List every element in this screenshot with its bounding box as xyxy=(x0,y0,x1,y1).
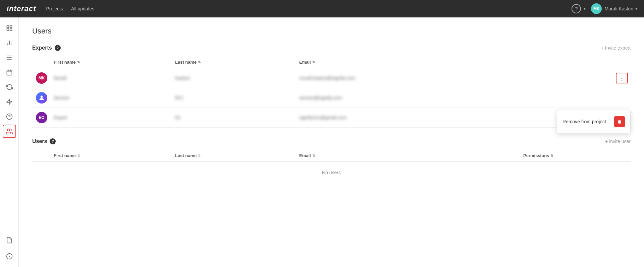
users-section: Users ? + invite user First name ⇅ Last … xyxy=(32,138,631,183)
expert-lastname: Kasturi xyxy=(175,75,299,81)
svg-rect-11 xyxy=(7,70,12,75)
users-table: First name ⇅ Last name ⇅ Email ⇅ Permiss… xyxy=(32,150,631,183)
user-avatar: MK xyxy=(591,3,602,14)
remove-from-project-option[interactable]: Remove from project xyxy=(557,113,630,130)
table-row: MK Murali Kasturi murali.kasturi@signify… xyxy=(32,68,631,88)
expert-firstname: Service xyxy=(51,95,175,101)
avatar: EO xyxy=(36,112,47,123)
sidebar-item-info[interactable] xyxy=(3,250,16,263)
no-users-message: No users xyxy=(32,162,631,183)
row-avatar-col: EO xyxy=(32,112,51,123)
experts-section: Experts ? + Invite expert First name ⇅ L… xyxy=(32,45,631,128)
expert-firstname: Murali xyxy=(51,75,175,81)
help-chevron-icon[interactable]: ▾ xyxy=(584,6,586,11)
invite-user-button[interactable]: + invite user xyxy=(605,139,631,144)
page-title: Users xyxy=(32,27,631,36)
svg-point-18 xyxy=(7,129,10,131)
navbar: interact Projects All updates ? ▾ MK Mur… xyxy=(0,0,644,17)
row-actions-button[interactable]: ⋮ xyxy=(616,73,628,83)
svg-marker-15 xyxy=(7,99,12,105)
users-firstname-sort-icon: ⇅ xyxy=(77,154,80,157)
main-content: Users Experts ? + Invite expert First na… xyxy=(19,17,644,267)
experts-col-lastname[interactable]: Last name ⇅ xyxy=(175,60,299,65)
users-col-permissions[interactable]: Permissions ⇅ xyxy=(523,153,610,158)
users-permissions-sort-icon: ⇅ xyxy=(550,154,553,157)
avatar xyxy=(36,92,47,104)
svg-rect-2 xyxy=(7,29,9,31)
svg-point-10 xyxy=(6,57,7,58)
help-button[interactable]: ? xyxy=(572,4,581,13)
avatar: MK xyxy=(36,72,47,84)
svg-point-22 xyxy=(41,95,43,98)
svg-rect-1 xyxy=(10,26,12,28)
username-label: Murali Kasturi xyxy=(604,6,633,11)
nav-updates[interactable]: All updates xyxy=(71,6,94,11)
context-menu: Remove from project xyxy=(557,110,631,133)
sidebar-item-settings[interactable] xyxy=(3,51,16,64)
sidebar-item-help[interactable] xyxy=(3,110,16,123)
expert-email: murali.kasturi@signify.com xyxy=(299,75,610,81)
expert-email: service@signify.com xyxy=(299,95,610,101)
expert-firstname: Expert xyxy=(51,115,175,120)
users-help-icon[interactable]: ? xyxy=(50,138,56,144)
experts-table-header: First name ⇅ Last name ⇅ Email ⇅ xyxy=(32,56,631,68)
sidebar-item-documents[interactable] xyxy=(3,233,16,247)
expert-lastname: RCI xyxy=(175,95,299,101)
experts-table: First name ⇅ Last name ⇅ Email ⇅ MK Mu xyxy=(32,56,631,128)
sidebar-item-calendar[interactable] xyxy=(3,66,16,79)
sidebar-item-dashboard[interactable] xyxy=(3,21,16,35)
row-actions-col: ⋮ xyxy=(610,73,631,83)
table-row: EO Expert 03 signify311@gmail.com ⋮ xyxy=(32,108,631,128)
nav-projects[interactable]: Projects xyxy=(46,6,63,11)
users-section-title: Users xyxy=(32,138,47,144)
sidebar-item-actions[interactable] xyxy=(3,95,16,109)
users-table-header: First name ⇅ Last name ⇅ Email ⇅ Permiss… xyxy=(32,150,631,162)
expert-lastname: 03 xyxy=(175,115,299,120)
app-logo: interact xyxy=(7,4,36,13)
sidebar xyxy=(0,17,19,267)
delete-icon[interactable] xyxy=(614,116,625,127)
experts-help-icon[interactable]: ? xyxy=(55,45,61,51)
svg-rect-0 xyxy=(7,26,9,28)
experts-col-firstname[interactable]: First name ⇅ xyxy=(51,60,175,65)
users-lastname-sort-icon: ⇅ xyxy=(198,154,201,157)
sidebar-item-users[interactable] xyxy=(3,125,16,138)
user-menu-chevron-icon[interactable]: ▾ xyxy=(635,6,637,11)
experts-col-email[interactable]: Email ⇅ xyxy=(299,60,610,65)
sidebar-item-analytics[interactable] xyxy=(3,36,16,50)
users-col-lastname[interactable]: Last name ⇅ xyxy=(175,153,299,158)
email-sort-icon: ⇅ xyxy=(312,60,315,64)
users-col-email[interactable]: Email ⇅ xyxy=(299,153,523,158)
firstname-sort-icon: ⇅ xyxy=(77,60,80,64)
users-email-sort-icon: ⇅ xyxy=(312,154,315,157)
invite-expert-button[interactable]: + Invite expert xyxy=(601,45,631,51)
experts-section-header: Experts ? + Invite expert xyxy=(32,45,631,51)
sidebar-item-sync[interactable] xyxy=(3,80,16,94)
experts-section-title: Experts xyxy=(32,45,52,51)
row-avatar-col xyxy=(32,92,51,104)
row-avatar-col: MK xyxy=(32,72,51,84)
users-col-firstname[interactable]: First name ⇅ xyxy=(51,153,175,158)
svg-rect-3 xyxy=(10,29,12,31)
users-section-header: Users ? + invite user xyxy=(32,138,631,144)
lastname-sort-icon: ⇅ xyxy=(198,60,201,64)
table-row: Service RCI service@signify.com Remove f… xyxy=(32,88,631,108)
